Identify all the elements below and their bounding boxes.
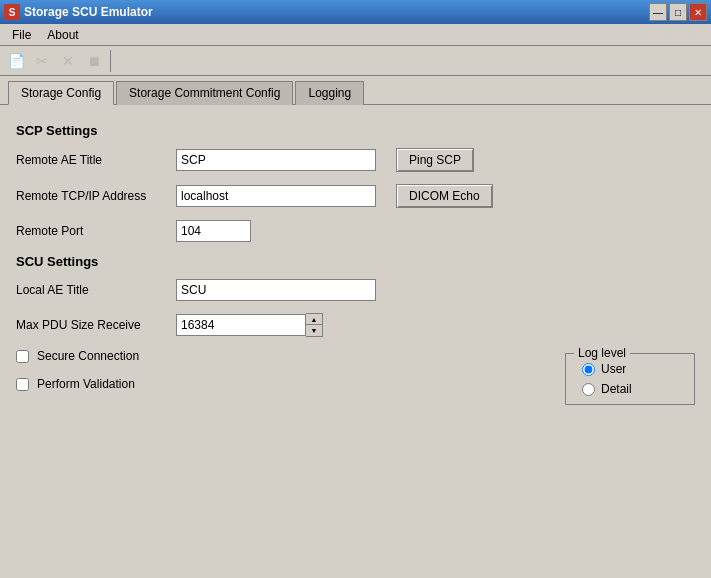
- ping-scp-button[interactable]: Ping SCP: [396, 148, 474, 172]
- toolbar: 📄 ✂ ✕ ⏹: [0, 46, 711, 76]
- lower-section: Secure Connection Perform Validation Log…: [16, 349, 695, 405]
- tab-storage-config[interactable]: Storage Config: [8, 81, 114, 105]
- file-menu[interactable]: File: [4, 26, 39, 44]
- log-level-user-label[interactable]: User: [601, 362, 626, 376]
- remote-port-row: Remote Port: [16, 220, 695, 242]
- remote-port-label: Remote Port: [16, 224, 176, 238]
- max-pdu-input[interactable]: [176, 314, 306, 336]
- local-ae-title-row: Local AE Title: [16, 279, 695, 301]
- title-bar: S Storage SCU Emulator — □ ✕: [0, 0, 711, 24]
- spinner-up-button[interactable]: ▲: [306, 314, 322, 325]
- stop-button: ⏹: [82, 49, 106, 73]
- remote-port-input[interactable]: [176, 220, 251, 242]
- main-content: SCP Settings Remote AE Title Ping SCP Re…: [0, 105, 711, 577]
- menu-bar: File About: [0, 24, 711, 46]
- secure-connection-row: Secure Connection: [16, 349, 325, 363]
- log-level-detail-label[interactable]: Detail: [601, 382, 632, 396]
- scu-settings-header: SCU Settings: [16, 254, 695, 269]
- perform-validation-label[interactable]: Perform Validation: [37, 377, 135, 391]
- log-level-legend: Log level: [574, 346, 630, 360]
- secure-connection-checkbox[interactable]: [16, 350, 29, 363]
- toolbar-separator: [110, 50, 111, 72]
- perform-validation-row: Perform Validation: [16, 377, 325, 391]
- log-level-detail-radio[interactable]: [582, 383, 595, 396]
- dicom-echo-button[interactable]: DICOM Echo: [396, 184, 493, 208]
- scp-settings-header: SCP Settings: [16, 123, 695, 138]
- close-button[interactable]: ✕: [689, 3, 707, 21]
- scissors-button: ✂: [30, 49, 54, 73]
- remote-tcpip-input[interactable]: [176, 185, 376, 207]
- remote-ae-title-label: Remote AE Title: [16, 153, 176, 167]
- open-button[interactable]: 📄: [4, 49, 28, 73]
- spinner-down-button[interactable]: ▼: [306, 325, 322, 336]
- remote-ae-title-row: Remote AE Title Ping SCP: [16, 148, 695, 172]
- max-pdu-label: Max PDU Size Receive: [16, 318, 176, 332]
- tab-storage-commitment-config[interactable]: Storage Commitment Config: [116, 81, 293, 105]
- local-ae-title-input[interactable]: [176, 279, 376, 301]
- log-level-detail-row: Detail: [582, 382, 678, 396]
- window-title: Storage SCU Emulator: [24, 5, 649, 19]
- window-controls: — □ ✕: [649, 3, 707, 21]
- log-level-user-row: User: [582, 362, 678, 376]
- spinner-arrows: ▲ ▼: [306, 313, 323, 337]
- tab-logging[interactable]: Logging: [295, 81, 364, 105]
- delete-button: ✕: [56, 49, 80, 73]
- log-level-group: Log level User Detail: [565, 353, 695, 405]
- remote-ae-title-input[interactable]: [176, 149, 376, 171]
- secure-connection-label[interactable]: Secure Connection: [37, 349, 139, 363]
- max-pdu-row: Max PDU Size Receive ▲ ▼: [16, 313, 695, 337]
- max-pdu-spinner: ▲ ▼: [176, 313, 323, 337]
- remote-tcpip-row: Remote TCP/IP Address DICOM Echo: [16, 184, 695, 208]
- minimize-button[interactable]: —: [649, 3, 667, 21]
- app-icon: S: [4, 4, 20, 20]
- lower-left: Secure Connection Perform Validation: [16, 349, 325, 405]
- about-menu[interactable]: About: [39, 26, 86, 44]
- perform-validation-checkbox[interactable]: [16, 378, 29, 391]
- tab-bar: Storage Config Storage Commitment Config…: [0, 76, 711, 105]
- log-level-user-radio[interactable]: [582, 363, 595, 376]
- maximize-button[interactable]: □: [669, 3, 687, 21]
- local-ae-title-label: Local AE Title: [16, 283, 176, 297]
- remote-tcpip-label: Remote TCP/IP Address: [16, 189, 176, 203]
